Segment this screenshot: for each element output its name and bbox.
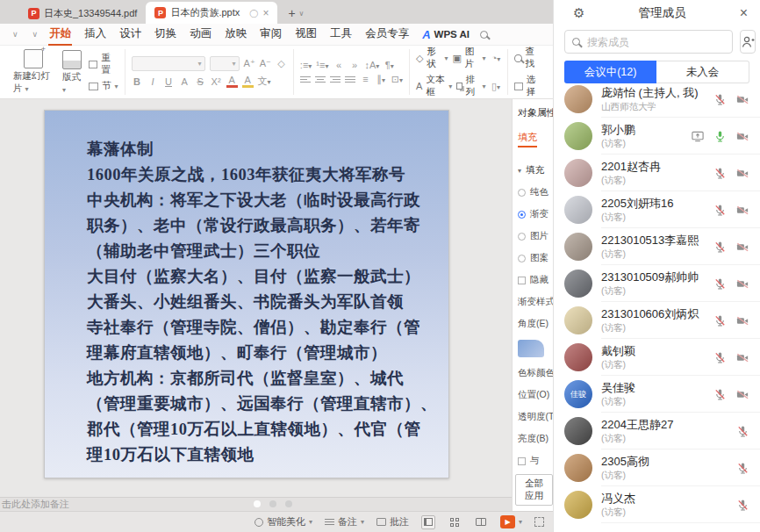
slide-canvas[interactable]: 幕藩体制 1600年关原之战，1603年获征夷大将军称号 中央机构：将军之下设大… xyxy=(44,110,449,478)
menu-tab-设计[interactable]: 设计 xyxy=(118,24,142,46)
line-spacing-icon[interactable]: ↕A▾ xyxy=(364,60,379,70)
find-button[interactable]: 查找 xyxy=(514,46,541,70)
settings-gear-icon[interactable]: ⚙ xyxy=(573,5,584,21)
justify-icon[interactable] xyxy=(345,76,355,83)
play-slideshow-button[interactable]: ▶▾ xyxy=(500,515,522,528)
superscript-button[interactable]: X² xyxy=(211,76,222,87)
decrease-font-icon[interactable]: A⁻ xyxy=(260,58,271,69)
slide-dot-active[interactable] xyxy=(254,500,261,507)
menu-tab-插入[interactable]: 插入 xyxy=(83,24,107,46)
tab-pdf-document[interactable]: P 日本史_13349544.pdf xyxy=(19,3,146,24)
member-row[interactable]: 2313010509郝帅帅 (访客) xyxy=(554,265,760,302)
text-direction-icon[interactable]: ¶▾ xyxy=(384,60,395,70)
add-member-button[interactable] xyxy=(740,30,756,54)
align-center-icon[interactable] xyxy=(315,76,326,83)
font-size-select[interactable]: ▾ xyxy=(210,56,240,71)
mic-off-icon[interactable] xyxy=(713,277,727,291)
member-row[interactable]: 佳骏 吴佳骏 (访客) xyxy=(554,376,760,413)
tab-pptx-document[interactable]: P 日本的贵族.pptx ◯ × xyxy=(146,2,277,24)
chevron-down-icon[interactable]: ∨ xyxy=(12,30,18,39)
mic-off-icon[interactable] xyxy=(713,314,727,327)
select-button[interactable]: 选择 xyxy=(514,74,541,98)
reset-button[interactable]: 重置 xyxy=(89,52,118,76)
prop-渐变[interactable]: 渐变 xyxy=(518,208,553,220)
char-spacing-button[interactable]: A xyxy=(179,76,190,87)
clear-format-icon[interactable]: ◇ xyxy=(276,58,287,69)
new-slide-button[interactable]: 新建幻灯片 ▾ xyxy=(11,49,55,95)
member-row[interactable]: 郭小鹏 (访客) xyxy=(554,118,760,155)
menu-tab-开始[interactable]: 开始 xyxy=(48,24,72,46)
bullet-list-icon[interactable]: :≡▾ xyxy=(300,60,312,70)
cam-off-icon[interactable] xyxy=(735,167,749,180)
member-row[interactable]: 庞靖怡 (主持人, 我) 山西师范大学 xyxy=(554,81,760,118)
prop-纯色[interactable]: 纯色 xyxy=(518,186,553,198)
fullscreen-icon[interactable] xyxy=(534,517,544,527)
member-search-input[interactable] xyxy=(585,35,725,49)
reading-view-button[interactable] xyxy=(474,515,488,529)
prop-gradient-swatch[interactable] xyxy=(518,340,553,357)
font-name-select[interactable]: ▾ xyxy=(132,56,205,71)
member-row[interactable]: 2213010513李嘉熙 (访客) xyxy=(554,228,760,265)
bold-button[interactable]: B xyxy=(132,76,143,87)
member-row[interactable]: 2201赵杏冉 (访客) xyxy=(554,155,760,191)
apply-all-button[interactable]: 全部应用 xyxy=(515,474,553,506)
italic-button[interactable]: I xyxy=(147,76,159,87)
menu-tab-动画[interactable]: 动画 xyxy=(189,24,212,46)
slide-dot[interactable] xyxy=(285,500,292,507)
highlight-button[interactable]: A xyxy=(242,75,254,88)
menu-tab-视图[interactable]: 视图 xyxy=(294,24,318,46)
mic-off-icon[interactable] xyxy=(713,388,727,401)
arrange-button[interactable]: 排列▾ xyxy=(456,74,485,98)
member-row[interactable]: 2313010606刘炳炽 (访客) xyxy=(554,302,760,339)
mic-off-icon[interactable] xyxy=(713,351,727,364)
close-icon[interactable]: × xyxy=(740,6,748,20)
align-objects-icon[interactable]: ⊡▾ xyxy=(391,74,403,85)
text-effects-button[interactable]: 文▾ xyxy=(258,75,271,88)
symbol-insert-icon[interactable]: ▯▾ xyxy=(490,81,501,92)
slide-body-text[interactable]: 幕藩体制 1600年关原之战，1603年获征夷大将军称号 中央机构：将军之下设大… xyxy=(45,111,448,468)
distribute-icon[interactable]: ≡ xyxy=(360,74,371,84)
cam-off-icon[interactable] xyxy=(735,130,749,143)
textbox-button[interactable]: A文本框▾ xyxy=(416,74,452,98)
menu-tab-审阅[interactable]: 审阅 xyxy=(259,24,283,46)
fill-tab[interactable]: 填充 xyxy=(518,131,537,147)
member-row[interactable]: 2205刘妍玮16 (访客) xyxy=(554,191,760,228)
menu-tab-工具[interactable]: 工具 xyxy=(329,24,353,46)
mic-off-icon[interactable] xyxy=(713,204,727,217)
mic-on-icon[interactable] xyxy=(713,130,727,143)
normal-view-button[interactable] xyxy=(421,515,435,529)
tab-close-icon[interactable]: × xyxy=(262,7,269,19)
menu-tab-放映[interactable]: 放映 xyxy=(224,24,247,46)
cam-off-icon[interactable] xyxy=(735,93,749,106)
mic-off-icon[interactable] xyxy=(713,93,727,106)
mic-off-icon[interactable] xyxy=(713,241,727,254)
cam-off-icon[interactable] xyxy=(735,388,749,401)
columns-icon[interactable]: ∥▾ xyxy=(376,74,387,85)
mic-off-icon[interactable] xyxy=(713,167,727,180)
slide-dot[interactable] xyxy=(269,500,276,507)
strikethrough-button[interactable]: S xyxy=(195,76,206,87)
slide-layout-button[interactable]: 版式 ▾ xyxy=(61,50,83,94)
increase-indent-icon[interactable]: » xyxy=(348,60,360,70)
chevron-down-icon[interactable]: ∨ xyxy=(32,30,39,39)
prop-填充[interactable]: ▾填充 xyxy=(518,164,553,176)
cam-off-icon[interactable] xyxy=(735,277,749,291)
align-left-icon[interactable] xyxy=(300,76,311,83)
font-color-button[interactable]: A xyxy=(226,75,238,88)
cam-off-icon[interactable] xyxy=(735,314,749,327)
increase-font-icon[interactable]: A⁺ xyxy=(244,58,255,69)
comments-button[interactable]: 批注 xyxy=(376,515,409,528)
smart-beautify-button[interactable]: 智能美化▾ xyxy=(255,515,312,528)
search-icon[interactable] xyxy=(480,31,488,39)
screen-share-icon[interactable] xyxy=(691,130,705,143)
mic-off-icon[interactable] xyxy=(736,499,749,512)
prop-与[interactable]: 与 xyxy=(518,455,553,467)
decrease-indent-icon[interactable]: « xyxy=(333,60,344,70)
shapes-button[interactable]: ◇形状▾ xyxy=(416,46,448,70)
avatar-insert-icon[interactable]: ◔▾ xyxy=(490,53,501,63)
menu-tab-切换[interactable]: 切换 xyxy=(154,24,177,46)
notes-button[interactable]: 备注▾ xyxy=(325,515,364,528)
align-right-icon[interactable] xyxy=(330,76,341,83)
mic-off-icon[interactable] xyxy=(736,462,749,475)
member-row[interactable]: 戴钊颖 (访客) xyxy=(554,339,760,376)
